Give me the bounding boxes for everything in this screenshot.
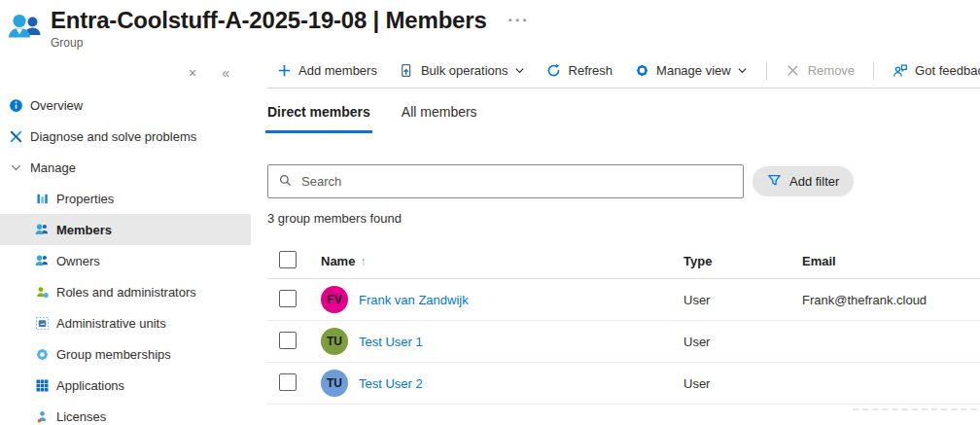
info-icon <box>8 97 23 113</box>
properties-icon <box>34 191 50 206</box>
table-body: FVFrank van ZandwijkUserFrank@thefrank.c… <box>267 279 980 405</box>
applications-icon <box>34 377 50 393</box>
sidebar-item-label: Properties <box>56 192 114 206</box>
tab-all-members[interactable]: All members <box>402 104 477 133</box>
member-type: User <box>683 293 802 307</box>
column-header-name[interactable]: Name <box>321 254 355 268</box>
add-icon <box>276 63 292 79</box>
table-row[interactable]: TUTest User 1User <box>267 321 980 363</box>
search-icon <box>278 173 293 192</box>
page-subtitle: Group <box>51 36 530 50</box>
member-email: Frank@thefrank.cloud <box>802 293 980 307</box>
member-name-link[interactable]: Test User 2 <box>359 376 423 391</box>
close-icon[interactable]: × <box>189 66 196 80</box>
sidebar: × « OverviewDiagnose and solve problemsM… <box>0 53 251 425</box>
results-count: 3 group members found <box>267 211 980 226</box>
tabs: Direct membersAll members <box>267 104 980 133</box>
member-type: User <box>683 335 802 349</box>
sidebar-item-properties[interactable]: Properties <box>0 183 251 214</box>
toolbar-button-manage-view[interactable]: Manage view <box>625 59 756 83</box>
avatar: FV <box>321 286 348 313</box>
sidebar-item-label: Manage <box>30 160 76 175</box>
bulk-icon <box>399 63 414 79</box>
toolbar-button-label: Manage view <box>656 63 731 78</box>
avatar: TU <box>321 370 348 397</box>
toolbar-button-label: Refresh <box>569 63 613 78</box>
sidebar-item-label: Licenses <box>56 409 106 424</box>
sidebar-item-diagnose-and-solve-problems[interactable]: Diagnose and solve problems <box>0 121 251 152</box>
row-checkbox[interactable] <box>279 373 297 391</box>
tab-direct-members[interactable]: Direct members <box>267 104 370 133</box>
sidebar-item-label: Overview <box>30 98 83 113</box>
sidebar-item-label: Group memberships <box>56 347 171 362</box>
add-filter-label: Add filter <box>789 174 839 189</box>
chevron-down-icon <box>737 65 748 76</box>
main-content: Add membersBulk operationsRefreshManage … <box>251 53 980 425</box>
sidebar-item-group-memberships[interactable]: Group memberships <box>0 338 251 370</box>
avatar: TU <box>321 328 348 355</box>
group-members-page: Entra-Coolstuff-A-2025-19-08 | Members ·… <box>0 0 980 425</box>
page-header: Entra-Coolstuff-A-2025-19-08 | Members ·… <box>0 0 980 53</box>
refresh-icon <box>546 63 562 79</box>
sidebar-item-licenses[interactable]: Licenses <box>0 401 251 425</box>
sort-ascending-icon: ↑ <box>360 255 366 268</box>
toolbar-button-add-members[interactable]: Add members <box>267 59 386 83</box>
chevron-down-icon <box>8 159 23 175</box>
group-memberships-icon <box>34 346 50 362</box>
row-checkbox[interactable] <box>279 332 297 349</box>
column-header-type[interactable]: Type <box>683 254 802 268</box>
admin-units-icon <box>34 315 50 331</box>
toolbar-button-got-feedback[interactable]: Got feedback? <box>884 59 980 83</box>
owners-icon <box>34 253 50 268</box>
sidebar-item-label: Roles and administrators <box>56 285 196 300</box>
sidebar-item-administrative-units[interactable]: Administrative units <box>0 307 251 338</box>
licenses-icon <box>34 408 50 424</box>
toolbar-divider <box>766 62 767 80</box>
member-name-link[interactable]: Test User 1 <box>359 335 423 349</box>
toolbar-button-bulk-operations[interactable]: Bulk operations <box>390 59 534 83</box>
sidebar-item-label: Owners <box>56 254 100 268</box>
members-icon <box>34 222 50 237</box>
select-all-checkbox[interactable] <box>279 251 297 268</box>
sidebar-item-owners[interactable]: Owners <box>0 245 251 276</box>
roles-icon <box>34 284 50 300</box>
toolbar-button-refresh[interactable]: Refresh <box>538 59 622 83</box>
sidebar-item-applications[interactable]: Applications <box>0 370 251 401</box>
row-checkbox[interactable] <box>279 290 297 307</box>
feedback-icon <box>892 63 908 79</box>
toolbar-button-label: Got feedback? <box>915 63 980 78</box>
toolbar-button-remove[interactable]: Remove <box>777 59 863 83</box>
toolbar-button-label: Bulk operations <box>421 63 508 78</box>
table-row[interactable]: TUTest User 2User <box>267 363 980 405</box>
sidebar-item-label: Members <box>56 223 112 237</box>
manage-view-icon <box>634 63 649 79</box>
page-title: Entra-Coolstuff-A-2025-19-08 | Members <box>51 7 487 34</box>
search-input[interactable] <box>267 164 744 198</box>
member-type: User <box>683 376 802 391</box>
sidebar-nav: OverviewDiagnose and solve problemsManag… <box>0 89 251 425</box>
remove-icon <box>786 63 801 79</box>
tools-icon <box>8 128 23 144</box>
members-table: Name ↑ Type Email FVFrank van ZandwijkUs… <box>267 244 980 405</box>
sidebar-item-label: Diagnose and solve problems <box>30 129 196 144</box>
table-row[interactable]: FVFrank van ZandwijkUserFrank@thefrank.c… <box>267 279 980 321</box>
sidebar-item-label: Applications <box>56 378 124 393</box>
chevron-down-icon <box>514 65 525 76</box>
toolbar: Add membersBulk operationsRefreshManage … <box>267 53 980 89</box>
toolbar-button-label: Remove <box>808 63 855 78</box>
sidebar-item-roles-and-administrators[interactable]: Roles and administrators <box>0 276 251 307</box>
filter-icon <box>767 173 782 191</box>
toolbar-button-label: Add members <box>298 63 377 78</box>
add-filter-button[interactable]: Add filter <box>752 166 854 196</box>
table-header-row: Name ↑ Type Email <box>267 244 980 279</box>
sidebar-item-manage[interactable]: Manage <box>0 152 251 183</box>
collapse-sidebar-icon[interactable]: « <box>222 66 229 80</box>
sidebar-item-overview[interactable]: Overview <box>0 89 251 121</box>
dashed-divider <box>853 408 980 410</box>
more-options-icon[interactable]: ··· <box>508 16 530 25</box>
group-icon <box>6 9 45 48</box>
sidebar-item-members[interactable]: Members <box>0 214 251 245</box>
column-header-email[interactable]: Email <box>802 254 980 268</box>
toolbar-divider <box>873 62 874 80</box>
member-name-link[interactable]: Frank van Zandwijk <box>359 293 469 307</box>
